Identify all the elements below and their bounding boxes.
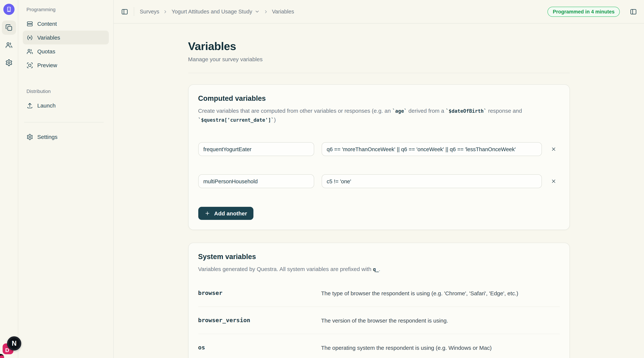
dev-overlay-pink-fragment	[0, 355, 4, 358]
copy-icon	[5, 24, 13, 31]
workspace-avatar[interactable]	[3, 4, 14, 15]
page-title: Variables	[188, 40, 570, 53]
panel-left-icon	[630, 8, 637, 15]
add-another-label: Add another	[214, 210, 247, 217]
rail-item-workspace-settings[interactable]	[2, 56, 16, 70]
system-variable-row: browser_version The version of the brows…	[198, 307, 560, 334]
add-another-button[interactable]: Add another	[198, 207, 254, 220]
app-window: Programming Content Variables	[0, 0, 644, 358]
upload-icon	[26, 102, 33, 109]
system-variables-title: System variables	[198, 253, 560, 261]
nextjs-devtools-button[interactable]: N	[7, 336, 21, 350]
variable-name-input[interactable]	[198, 142, 314, 156]
sidebar-item-preview[interactable]: Preview	[23, 58, 109, 72]
computed-variable-rows	[198, 142, 560, 188]
sidebar-item-label: Launch	[37, 102, 56, 109]
close-icon	[551, 146, 556, 152]
sidebar-item-quotas[interactable]: Quotas	[23, 44, 109, 58]
panel-left-icon	[121, 8, 128, 15]
system-variable-row: browser The type of browser the responde…	[198, 280, 560, 307]
sidebar-item-label: Variables	[37, 34, 60, 41]
chevron-down-icon	[254, 9, 260, 14]
sidebar-item-settings[interactable]: Settings	[23, 130, 109, 144]
sidebar-item-label: Quotas	[37, 48, 55, 55]
remove-variable-button[interactable]	[548, 146, 560, 152]
main-column: Surveys Yogurt Attitudes and Usage Study…	[114, 0, 644, 358]
breadcrumb-surveys[interactable]: Surveys	[140, 9, 159, 15]
users-icon	[5, 42, 13, 49]
system-variable-description: The type of browser the respondent is us…	[321, 290, 518, 296]
remove-variable-button[interactable]	[548, 178, 560, 184]
sidebar: Programming Content Variables	[18, 0, 114, 358]
rail-item-team[interactable]	[2, 38, 16, 52]
system-variables-card: System variables Variables generated by …	[188, 243, 570, 358]
computed-variable-row	[198, 174, 560, 188]
programmed-time-badge[interactable]: Programmed in 4 minutes	[548, 7, 620, 17]
rows-icon	[26, 20, 33, 27]
breadcrumb: Surveys Yogurt Attitudes and Usage Study…	[140, 9, 294, 15]
topbar-divider	[134, 7, 134, 16]
sidebar-toggle-button[interactable]	[121, 8, 128, 15]
sidebar-divider	[24, 122, 104, 122]
chevron-right-icon	[263, 9, 268, 14]
system-variables-description: Variables generated by Questra. All syst…	[198, 265, 560, 274]
sidebar-item-variables[interactable]: Variables	[23, 31, 109, 44]
right-panel-toggle-button[interactable]	[630, 8, 637, 15]
system-variable-rows: browser The type of browser the responde…	[198, 280, 560, 358]
variable-name-input[interactable]	[198, 174, 314, 188]
variable-expression-input[interactable]	[322, 174, 542, 188]
computed-variables-title: Computed variables	[198, 94, 560, 103]
gear-icon	[5, 59, 13, 66]
close-icon	[551, 178, 556, 184]
variable-expression-input[interactable]	[322, 142, 542, 156]
system-variable-description: The version of the browser the responden…	[321, 317, 448, 323]
page-divider	[188, 73, 570, 73]
breadcrumb-survey-name-label: Yogurt Attitudes and Usage Study	[172, 9, 252, 15]
users-icon	[26, 48, 33, 55]
plus-icon	[204, 211, 210, 216]
system-variable-name: os	[198, 344, 321, 351]
page-subtitle: Manage your survey variables	[188, 56, 570, 62]
system-variable-name: browser	[198, 290, 321, 296]
sidebar-item-label: Settings	[37, 134, 58, 140]
gear-icon	[26, 133, 33, 140]
breadcrumb-survey-name[interactable]: Yogurt Attitudes and Usage Study	[172, 9, 260, 15]
icon-rail	[0, 0, 18, 358]
breadcrumb-variables: Variables	[272, 9, 294, 15]
sidebar-item-label: Content	[37, 21, 57, 27]
computed-variables-card: Computed variables Create variables that…	[188, 84, 570, 230]
computed-variable-row	[198, 142, 560, 156]
topbar: Surveys Yogurt Attitudes and Usage Study…	[114, 0, 644, 24]
system-variable-row: os The operating system the respondent i…	[198, 334, 560, 358]
sidebar-item-launch[interactable]: Launch	[23, 99, 109, 112]
main-content: Variables Manage your survey variables C…	[114, 24, 644, 358]
building-icon	[6, 6, 12, 12]
sidebar-section-distribution: Distribution	[23, 88, 109, 99]
scan-icon	[26, 62, 33, 69]
variable-icon	[26, 34, 33, 41]
sidebar-section-programming: Programming	[23, 6, 109, 17]
sidebar-item-content[interactable]: Content	[23, 17, 109, 31]
system-variable-name: browser_version	[198, 317, 321, 324]
rail-item-projects[interactable]	[2, 21, 16, 35]
system-variable-description: The operating system the respondent is u…	[321, 344, 492, 351]
computed-variables-description: Create variables that are computed from …	[198, 106, 560, 124]
chevron-right-icon	[163, 9, 168, 14]
sidebar-item-label: Preview	[37, 62, 57, 68]
